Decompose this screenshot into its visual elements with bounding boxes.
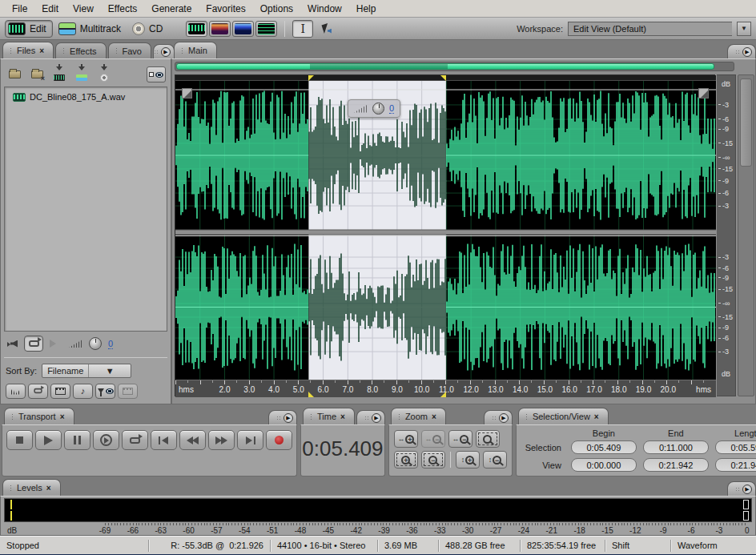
zoom-menu-icon[interactable]: ▶	[499, 413, 509, 423]
show-markers-toggle[interactable]	[118, 384, 138, 399]
tab-transport[interactable]: Transport×	[4, 408, 74, 424]
close-tab-icon[interactable]: ×	[340, 412, 345, 421]
play-looped-button[interactable]	[122, 430, 148, 450]
tab-favo[interactable]: Favo	[108, 42, 151, 58]
view-length-field[interactable]: 0:21.942	[715, 458, 756, 472]
selection-length-field[interactable]: 0:05.590	[715, 440, 756, 454]
tab-selection-view[interactable]: Selection/View×	[518, 408, 609, 424]
menu-item-generate[interactable]: Generate	[144, 1, 199, 17]
waveform-display[interactable]: 2.03.04.05.06.07.08.09.010.011.012.013.0…	[175, 74, 715, 396]
zoom-in-to-right-edge-button[interactable]: −	[421, 451, 445, 469]
waveform-view-button[interactable]	[186, 21, 207, 37]
zoom-out-full-button[interactable]: ↔−	[448, 430, 472, 448]
menu-item-effects[interactable]: Effects	[101, 1, 144, 17]
open-file-icon[interactable]	[6, 66, 23, 82]
selection-end-field[interactable]: 0:11.000	[643, 440, 709, 454]
level-meter[interactable]	[4, 498, 752, 522]
menu-item-options[interactable]: Options	[253, 1, 300, 17]
rewind-button[interactable]	[179, 430, 206, 450]
selection-begin-field[interactable]: 0:05.409	[571, 440, 637, 454]
loop-playback-button[interactable]	[24, 336, 43, 352]
main-panel-menu-icon[interactable]: ▶	[742, 47, 752, 57]
vertical-scrollbar[interactable]	[738, 74, 754, 396]
record-button[interactable]	[266, 430, 292, 450]
time-selection-tool-button[interactable]: I	[292, 20, 313, 38]
levels-menu-icon[interactable]: ▶	[742, 485, 752, 494]
preview-play-icon[interactable]	[50, 340, 56, 348]
right-clip-indicator[interactable]	[743, 511, 749, 521]
tab-files[interactable]: Files×	[2, 42, 54, 58]
menu-item-view[interactable]: View	[66, 1, 101, 17]
zoom-to-selection-button[interactable]	[476, 430, 500, 448]
clip-gain-knob[interactable]	[372, 103, 384, 115]
menu-item-favorites[interactable]: Favorites	[199, 1, 252, 17]
edit-view-button[interactable]: Edit	[5, 20, 53, 38]
workspace-dropdown-arrow-icon[interactable]: ▼	[737, 22, 751, 36]
close-file-icon[interactable]: ×	[28, 66, 46, 82]
menu-item-file[interactable]: File	[5, 1, 34, 17]
show-video-toggle[interactable]	[50, 384, 70, 399]
close-tab-icon[interactable]: ×	[594, 412, 599, 421]
stop-button[interactable]	[6, 430, 33, 450]
spectral-pan-view-button[interactable]	[232, 21, 254, 37]
play-button[interactable]	[35, 430, 62, 450]
zoom-in-horizontally-button[interactable]: ↔+	[394, 430, 418, 448]
stereo-waveform[interactable]	[175, 81, 716, 380]
menu-item-window[interactable]: Window	[300, 1, 349, 17]
selection-end-handle-bottom[interactable]	[440, 392, 446, 397]
menu-item-help[interactable]: Help	[349, 1, 384, 17]
sort-dropdown-arrow-icon[interactable]: ▼	[88, 364, 131, 377]
close-tab-icon[interactable]: ×	[60, 412, 65, 421]
show-loops-toggle[interactable]	[28, 384, 48, 399]
sort-by-select[interactable]: Filename ▼	[42, 364, 131, 378]
cd-view-button[interactable]: CD	[130, 21, 168, 37]
tab-effects[interactable]: Effects	[55, 42, 106, 58]
tab-time[interactable]: Time×	[303, 408, 355, 424]
selection-start-handle-bottom[interactable]	[308, 392, 314, 397]
close-tab-icon[interactable]: ×	[46, 484, 51, 493]
go-to-end-button[interactable]	[237, 430, 263, 450]
left-clip-indicator[interactable]	[743, 500, 749, 509]
spectral-phase-view-button[interactable]	[255, 21, 277, 37]
tab-levels[interactable]: Levels×	[2, 479, 61, 496]
go-to-beginning-button[interactable]	[151, 430, 177, 450]
import-file-icon[interactable]	[50, 66, 68, 82]
preview-gain-value[interactable]: 0	[108, 339, 113, 349]
vertical-scrollbar-thumb[interactable]	[740, 78, 752, 167]
zoom-out-vertically-button[interactable]: ↕−	[483, 451, 507, 469]
clip-gain-overlay[interactable]: 0	[348, 99, 400, 118]
view-begin-field[interactable]: 0:00.000	[571, 458, 637, 472]
multitrack-view-button[interactable]: Multitrack	[56, 21, 127, 37]
tab-zoom[interactable]: Zoom×	[391, 408, 446, 424]
horizontal-scrollbar[interactable]	[175, 62, 734, 71]
import-multitrack-icon[interactable]	[73, 66, 90, 82]
fade-in-handle[interactable]	[182, 88, 192, 99]
transport-menu-icon[interactable]: ▶	[284, 413, 293, 423]
selection-end-handle[interactable]	[440, 75, 446, 81]
show-midi-toggle[interactable]: ♪	[73, 384, 93, 399]
close-tab-icon[interactable]: ×	[432, 412, 436, 421]
filter-options-toggle[interactable]	[95, 384, 115, 399]
advanced-options-icon[interactable]	[147, 66, 166, 82]
tab-main[interactable]: Main	[174, 42, 217, 58]
close-tab-icon[interactable]: ×	[39, 46, 44, 55]
auto-play-speaker-icon[interactable]	[7, 340, 18, 348]
files-panel-menu-icon[interactable]: ▶	[161, 47, 171, 57]
view-end-field[interactable]: 0:21.942	[643, 458, 709, 472]
fade-out-handle[interactable]	[698, 88, 709, 99]
play-from-cursor-button[interactable]	[93, 430, 119, 450]
menu-item-edit[interactable]: Edit	[34, 1, 66, 17]
zoom-in-vertically-button[interactable]: ↕+	[456, 451, 480, 469]
preview-volume-knob[interactable]	[89, 337, 102, 350]
clip-gain-value[interactable]: 0	[389, 103, 394, 114]
list-item[interactable]: DC_Bline08_175_A.wav	[5, 90, 167, 103]
time-menu-icon[interactable]: ▶	[372, 413, 381, 423]
fast-forward-button[interactable]	[208, 430, 235, 450]
show-waveforms-toggle[interactable]	[6, 384, 26, 399]
selection-start-handle[interactable]	[308, 75, 314, 81]
spectral-frequency-view-button[interactable]	[209, 21, 231, 37]
zoom-out-horizontally-button[interactable]: ↔−	[421, 430, 445, 448]
file-list[interactable]: DC_Bline08_175_A.wav	[4, 86, 167, 332]
workspace-select[interactable]: Edit View (Default)	[568, 22, 732, 36]
pause-button[interactable]	[64, 430, 90, 450]
